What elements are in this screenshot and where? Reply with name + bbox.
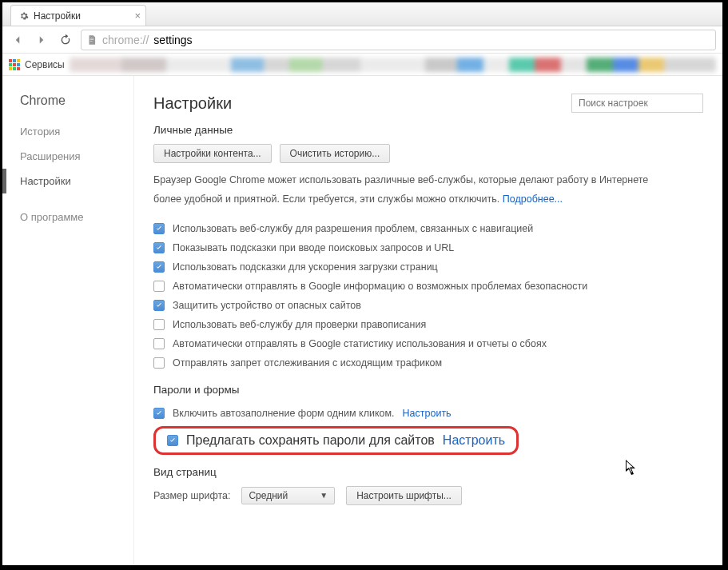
bookmarks-blurred	[70, 58, 716, 72]
save-passwords-configure-link[interactable]: Настроить	[443, 433, 505, 448]
privacy-label-4: Защитить устройство от опасных сайтов	[173, 300, 361, 311]
privacy-label-0: Использовать веб-службу для разрешения п…	[173, 223, 533, 234]
privacy-label-2: Использовать подсказки для ускорения заг…	[173, 261, 438, 273]
checkbox-privacy-0[interactable]	[153, 223, 165, 234]
privacy-label-6: Автоматически отправлять в Google статис…	[173, 338, 547, 349]
clear-history-button[interactable]: Очистить историю...	[280, 144, 391, 163]
tab-title: Настройки	[34, 10, 81, 22]
address-bar[interactable]: chrome://settings	[81, 30, 716, 50]
section-passwords-forms: Пароли и формы	[153, 384, 703, 396]
sidebar-item-extensions[interactable]: Расширения	[2, 144, 133, 169]
chevron-down-icon: ▼	[320, 491, 328, 500]
privacy-option-0: Использовать веб-службу для разрешения п…	[153, 219, 703, 238]
url-path: settings	[153, 34, 192, 46]
checkbox-privacy-1[interactable]	[153, 242, 165, 253]
autofill-configure-link[interactable]: Настроить	[403, 408, 452, 419]
settings-main: Настройки Личные данные Настройки контен…	[134, 76, 722, 565]
content-settings-button[interactable]: Настройки контента...	[153, 144, 272, 163]
privacy-option-4: Защитить устройство от опасных сайтов	[153, 296, 703, 315]
page-icon	[86, 34, 97, 46]
checkbox-privacy-6[interactable]	[153, 338, 165, 349]
apps-label: Сервисы	[25, 59, 65, 70]
close-icon[interactable]: ×	[134, 10, 141, 22]
settings-sidebar: Chrome История Расширения Настройки О пр…	[2, 76, 134, 565]
privacy-option-2: Использовать подсказки для ускорения заг…	[153, 257, 703, 277]
back-button[interactable]	[9, 31, 26, 49]
page-title: Настройки	[153, 94, 232, 113]
sidebar-item-history[interactable]: История	[2, 119, 133, 144]
checkbox-save-passwords[interactable]	[167, 435, 178, 446]
gear-icon	[19, 11, 29, 21]
checkbox-privacy-2[interactable]	[153, 261, 165, 273]
tab-strip: Настройки ×	[2, 2, 722, 26]
learn-more-link[interactable]: Подробнее...	[503, 193, 563, 205]
privacy-label-3: Автоматически отправлять в Google информ…	[173, 281, 587, 292]
privacy-option-6: Автоматически отправлять в Google статис…	[153, 334, 703, 353]
privacy-option-3: Автоматически отправлять в Google информ…	[153, 277, 703, 296]
font-size-label: Размер шрифта:	[153, 490, 230, 501]
bookmarks-bar: Сервисы	[2, 54, 722, 76]
section-personal-data: Личные данные	[153, 124, 703, 136]
sidebar-item-settings[interactable]: Настройки	[2, 169, 133, 193]
browser-toolbar: chrome://settings	[2, 26, 722, 54]
privacy-label-5: Использовать веб-службу для проверки пра…	[173, 319, 426, 330]
privacy-option-1: Показывать подсказки при вводе поисковых…	[153, 238, 703, 257]
option-autofill: Включить автозаполнение форм одним клико…	[153, 404, 703, 423]
apps-icon	[9, 59, 20, 70]
forward-button	[33, 31, 50, 49]
checkbox-privacy-3[interactable]	[153, 281, 165, 292]
reload-button[interactable]	[57, 31, 74, 49]
font-size-select[interactable]: Средний ▼	[241, 487, 335, 504]
brand-label: Chrome	[2, 94, 133, 119]
checkbox-autofill[interactable]	[153, 408, 165, 419]
settings-search-input[interactable]	[571, 94, 703, 113]
section-page-view: Вид страниц	[153, 466, 703, 478]
privacy-label-7: Отправлять запрет отслеживания с исходящ…	[173, 357, 442, 369]
privacy-description: Браузер Google Chrome может использовать…	[153, 171, 665, 209]
url-scheme: chrome://	[102, 34, 149, 46]
autofill-label: Включить автозаполнение форм одним клико…	[173, 408, 395, 419]
checkbox-privacy-5[interactable]	[153, 319, 165, 330]
browser-tab-settings[interactable]: Настройки ×	[10, 5, 146, 26]
customize-fonts-button[interactable]: Настроить шрифты...	[346, 486, 462, 505]
privacy-option-5: Использовать веб-службу для проверки пра…	[153, 315, 703, 334]
highlighted-save-passwords: Предлагать сохранять пароли для сайтов Н…	[153, 426, 519, 455]
apps-shortcut[interactable]: Сервисы	[9, 59, 65, 70]
checkbox-privacy-4[interactable]	[153, 300, 165, 311]
save-passwords-label: Предлагать сохранять пароли для сайтов	[186, 433, 435, 448]
sidebar-item-about[interactable]: О программе	[2, 205, 133, 229]
privacy-label-1: Показывать подсказки при вводе поисковых…	[173, 242, 454, 253]
privacy-option-7: Отправлять запрет отслеживания с исходящ…	[153, 353, 703, 373]
checkbox-privacy-7[interactable]	[153, 357, 165, 369]
